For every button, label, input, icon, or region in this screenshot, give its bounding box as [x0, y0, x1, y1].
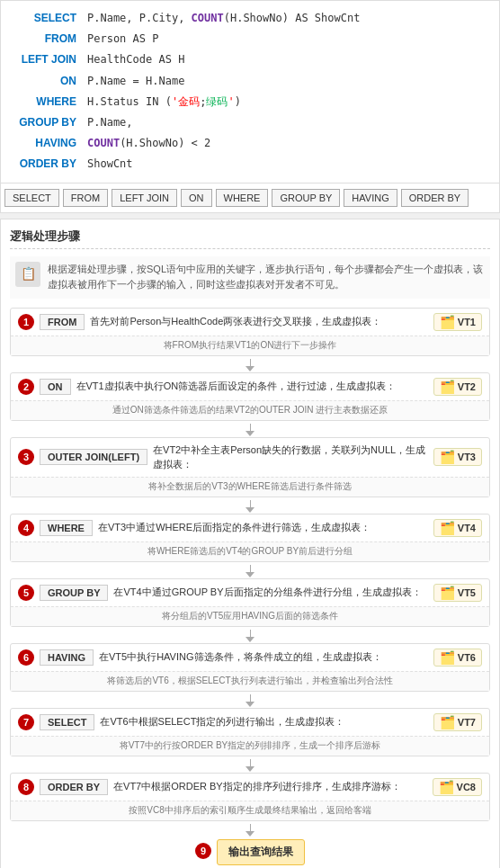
sql-string-end: ' — [228, 95, 234, 108]
step-item-6: 6 HAVING 在VT5中执行HAVING筛选条件，将条件成立的组，生成虚拟表… — [10, 643, 490, 692]
step-3-note: 将补全数据后的VT3的WHERE筛选后进行条件筛选 — [11, 477, 489, 497]
step-8-number: 8 — [18, 779, 34, 795]
step-4-vt: 🗂️VT4 — [433, 519, 482, 537]
sql-keyword-where: WHERE — [1, 92, 82, 112]
sql-editor: SELECT P.Name, P.City, COUNT(H.ShowNo) A… — [0, 0, 500, 183]
step-2-desc: 在VT1虚拟表中执行ON筛选器后面设定的条件，进行过滤，生成虚拟表： — [76, 379, 428, 394]
step-1-header: 1 FROM 首先对前Person与HealthCode两张表进行交叉联接，生成… — [11, 309, 489, 336]
step-8-keyword: ORDER BY — [40, 779, 108, 795]
arrow-head — [246, 766, 254, 772]
arrow-4-5 — [246, 565, 254, 577]
step-4-keyword: WHERE — [40, 520, 93, 536]
step-8-vt-icon: 🗂️ — [439, 780, 454, 794]
step-2-keyword: ON — [40, 379, 71, 395]
step-1-desc: 首先对前Person与HealthCode两张表进行交叉联接，生成虚拟表： — [90, 314, 427, 329]
btn-select[interactable]: SELECT — [4, 189, 59, 207]
step-1-note: 将FROM执行结果VT1的ON进行下一步操作 — [11, 336, 489, 355]
step-2-number: 2 — [18, 379, 34, 395]
step-5-desc: 在VT4中通过GROUP BY后面指定的分组条件进行分组，生成虚拟表： — [113, 585, 427, 600]
sql-code-where: H.Status IN ('金码;绿码') — [82, 92, 499, 112]
step-3-vt: 🗂️VT3 — [433, 448, 482, 466]
arrow-line — [250, 759, 251, 766]
step-3-number: 3 — [18, 449, 34, 465]
step-4-header: 4 WHERE 在VT3中通过WHERE后面指定的条件进行筛选，生成虚拟表： 🗂… — [11, 515, 489, 541]
logic-intro: 📋 根据逻辑处理步骤，按SQL语句中应用的关键字，逐步执行语句，每个步骤都会产生… — [10, 256, 490, 299]
step-2-header: 2 ON 在VT1虚拟表中执行ON筛选器后面设定的条件，进行过滤，生成虚拟表： … — [11, 373, 489, 400]
step-7-vt: 🗂️VT7 — [433, 713, 482, 731]
step-5-vt-icon: 🗂️ — [440, 586, 455, 600]
sql-code-on: P.Name = H.Name — [82, 71, 499, 92]
step-3-header: 3 OUTER JOIN(LEFT) 在VT2中补全主表Person缺失的行数据… — [11, 438, 489, 477]
step-7-keyword: SELECT — [40, 714, 94, 730]
arrow-8-9 — [246, 824, 254, 837]
count-func: COUNT — [192, 12, 224, 24]
sql-row-leftjoin: LEFT JOIN HealthCode AS H — [1, 49, 499, 70]
btn-groupby[interactable]: GROUP BY — [272, 189, 340, 207]
sql-row-where: WHERE H.Status IN ('金码;绿码') — [1, 92, 499, 112]
step-5-header: 5 GROUP BY 在VT4中通过GROUP BY后面指定的分组条件进行分组，… — [11, 579, 489, 606]
step-7-note: 将VT7中的行按ORDER BY指定的列排排序，生成一个排序后游标 — [11, 736, 489, 756]
step-4-vt-icon: 🗂️ — [440, 521, 455, 535]
logic-title: 逻辑处理步骤 — [10, 228, 490, 249]
logic-icon: 📋 — [15, 262, 40, 287]
btn-on[interactable]: ON — [181, 189, 212, 207]
step-8-vt: 🗂️VC8 — [433, 778, 482, 796]
logic-intro-text: 根据逻辑处理步骤，按SQL语句中应用的关键字，逐步执行语句，每个步骤都会产生一个… — [48, 262, 485, 293]
btn-from[interactable]: FROM — [63, 189, 108, 207]
sql-code-groupby: P.Name, — [82, 112, 499, 133]
sql-code-select: P.Name, P.City, COUNT(H.ShowNo) AS ShowC… — [82, 8, 499, 29]
sql-keyword-leftjoin: LEFT JOIN — [1, 49, 82, 70]
sql-row-on: ON P.Name = H.Name — [1, 71, 499, 92]
sql-row-from: FROM Person AS P — [1, 29, 499, 49]
step-6-header: 6 HAVING 在VT5中执行HAVING筛选条件，将条件成立的组，生成虚拟表… — [11, 644, 489, 671]
step-6-vt-icon: 🗂️ — [440, 650, 455, 665]
sql-keyword-on: ON — [1, 71, 82, 92]
arrow-head — [246, 507, 254, 513]
step-8-header: 8 ORDER BY 在VT7中根据ORDER BY指定的排序列进行排序，生成排… — [11, 774, 489, 801]
sql-keyword-groupby: GROUP BY — [1, 112, 82, 133]
step-item-3: 3 OUTER JOIN(LEFT) 在VT2中补全主表Person缺失的行数据… — [10, 437, 490, 497]
btn-leftjoin[interactable]: LEFT JOIN — [112, 189, 177, 207]
step-7-desc: 在VT6中根据SELECT指定的列进行输出，生成虚拟表： — [100, 714, 427, 729]
arrow-3-4 — [246, 500, 254, 513]
arrow-head — [246, 637, 254, 642]
arrow-5-6 — [246, 630, 254, 642]
step-3-keyword: OUTER JOIN(LEFT) — [40, 449, 147, 465]
btn-where[interactable]: WHERE — [216, 189, 269, 207]
sql-keyword-select: SELECT — [1, 8, 82, 29]
step-2-note: 通过ON筛选条件筛选后的结果VT2的OUTER JOIN 进行主表数据还原 — [11, 400, 489, 420]
arrow-head — [246, 366, 254, 371]
sql-code-from: Person AS P — [82, 29, 499, 49]
step-1-vt-icon: 🗂️ — [440, 315, 455, 329]
step-item-7: 7 SELECT 在VT6中根据SELECT指定的列进行输出，生成虚拟表： 🗂️… — [10, 708, 490, 756]
sql-table: SELECT P.Name, P.City, COUNT(H.ShowNo) A… — [1, 8, 499, 175]
arrow-7-8 — [246, 759, 254, 772]
step-6-keyword: HAVING — [40, 649, 94, 666]
step-6-note: 将筛选后的VT6，根据SELECT执行列表进行输出，并检查输出列合法性 — [11, 671, 489, 691]
step-7-vt-icon: 🗂️ — [440, 715, 455, 729]
btn-orderby[interactable]: ORDER BY — [401, 189, 469, 207]
keyword-row: SELECT FROM LEFT JOIN ON WHERE GROUP BY … — [0, 183, 500, 213]
step-7-number: 7 — [18, 714, 34, 730]
sql-code-orderby: ShowCnt — [82, 154, 499, 174]
step-6-number: 6 — [18, 649, 34, 666]
step-5-note: 将分组后的VT5应用HAVING后面的筛选条件 — [11, 606, 489, 626]
arrow-line — [250, 565, 251, 572]
step-2-vt-icon: 🗂️ — [440, 380, 455, 394]
step-5-number: 5 — [18, 585, 34, 601]
step-item-2: 2 ON 在VT1虚拟表中执行ON筛选器后面设定的条件，进行过滤，生成虚拟表： … — [10, 372, 490, 421]
arrow-head — [246, 831, 254, 837]
arrow-line — [250, 694, 251, 702]
step-8-note: 按照VC8中排序后的索引顺序生成最终结果输出，返回给客端 — [11, 801, 489, 820]
step-1-number: 1 — [18, 314, 34, 330]
sql-code-having: COUNT(H.ShowNo) < 2 — [82, 133, 499, 154]
arrow-1-2 — [246, 359, 254, 371]
logic-section: 逻辑处理步骤 📋 根据逻辑处理步骤，按SQL语句中应用的关键字，逐步执行语句，每… — [0, 219, 500, 869]
btn-having[interactable]: HAVING — [344, 189, 397, 207]
step-item-4: 4 WHERE 在VT3中通过WHERE后面指定的条件进行筛选，生成虚拟表： 🗂… — [10, 514, 490, 562]
arrow-line — [250, 824, 251, 831]
arrow-line — [250, 500, 251, 507]
step-3-vt-icon: 🗂️ — [440, 450, 455, 464]
arrow-line — [250, 359, 251, 366]
step-9-row: 9 输出查询结果 — [195, 837, 305, 865]
